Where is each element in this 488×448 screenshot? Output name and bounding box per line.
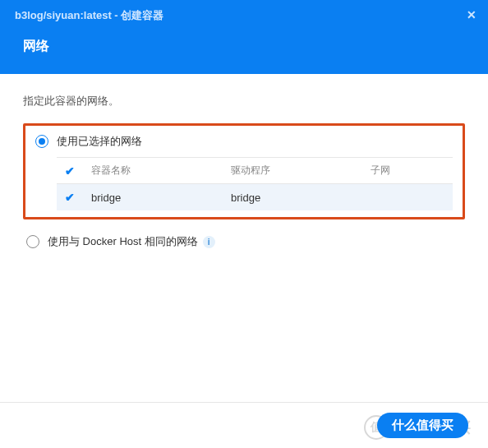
table-row[interactable]: ✔ bridge bridge [57, 184, 453, 211]
header-container-name: 容器名称 [83, 158, 223, 184]
section-title: 网络 [0, 23, 488, 55]
content-area: 指定此容器的网络。 使用已选择的网络 ✔ 容器名称 驱动程序 子网 ✔ brid… [0, 74, 488, 249]
option-use-host-label: 使用与 Docker Host 相同的网络 [48, 234, 198, 249]
info-icon[interactable]: i [203, 236, 215, 248]
row-name-cell: bridge [83, 184, 223, 211]
close-icon[interactable]: ✕ [467, 8, 476, 21]
header-driver: 驱动程序 [223, 158, 362, 184]
network-table: ✔ 容器名称 驱动程序 子网 ✔ bridge bridge [57, 157, 453, 210]
dialog-header: b3log/siyuan:latest - 创建容器 ✕ 网络 [0, 0, 488, 74]
watermark-pill: 什么值得买 [377, 413, 468, 438]
option-use-host[interactable]: 使用与 Docker Host 相同的网络 i [26, 234, 465, 249]
header-checkbox-col: ✔ [57, 158, 83, 184]
row-checkbox-cell: ✔ [57, 184, 83, 211]
row-check-icon[interactable]: ✔ [65, 191, 75, 204]
option-use-selected-label: 使用已选择的网络 [57, 134, 142, 149]
row-driver-cell: bridge [223, 184, 362, 211]
dialog-footer: 值 什么值得买 什么值得买 [0, 402, 488, 448]
dialog-title: b3log/siyuan:latest - 创建容器 [0, 0, 488, 23]
check-all-icon[interactable]: ✔ [65, 164, 75, 178]
instruction-text: 指定此容器的网络。 [23, 94, 465, 109]
radio-selected-network[interactable] [35, 135, 48, 148]
table-header-row: ✔ 容器名称 驱动程序 子网 [57, 158, 453, 184]
header-subnet: 子网 [362, 158, 453, 184]
option-use-selected[interactable]: 使用已选择的网络 [35, 134, 453, 149]
highlight-box: 使用已选择的网络 ✔ 容器名称 驱动程序 子网 ✔ bridge bridge [23, 123, 465, 219]
row-subnet-cell [362, 184, 453, 211]
radio-host-network[interactable] [26, 235, 39, 248]
